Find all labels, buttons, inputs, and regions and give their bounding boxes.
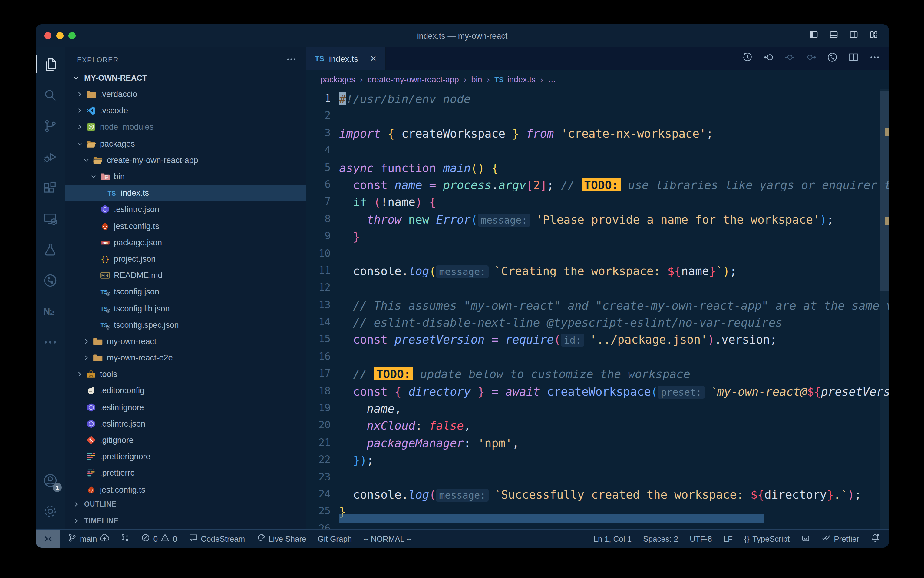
tree-item-create-my-own-react-app[interactable]: create-my-own-react-app — [65, 152, 306, 169]
close-window-button[interactable] — [44, 32, 52, 39]
vertical-scrollbar-slider[interactable] — [880, 91, 889, 291]
status-live-share[interactable]: Live Share — [256, 533, 306, 544]
toggle-secondary-sidebar-icon[interactable] — [848, 30, 859, 42]
status-vim-mode[interactable]: -- NORMAL -- — [363, 534, 411, 543]
explorer-more-actions-icon[interactable] — [286, 54, 297, 66]
status-encoding[interactable]: UTF-8 — [690, 534, 712, 543]
breadcrumb-item-index.ts[interactable]: TSindex.ts — [494, 75, 536, 84]
activity-remote-explorer[interactable] — [36, 203, 65, 234]
vertical-scrollbar[interactable] — [880, 89, 889, 529]
status-text: 0 — [153, 534, 157, 543]
timeline-history-icon[interactable] — [742, 52, 753, 65]
toggle-panel-icon[interactable] — [829, 30, 839, 42]
activity-more-views[interactable] — [36, 326, 65, 357]
close-icon[interactable]: × — [370, 52, 376, 65]
tree-item-.editorconfig[interactable]: .editorconfig — [65, 383, 306, 399]
tree-item-jest.config.ts[interactable]: jest.config.ts — [65, 218, 306, 234]
line-number: 25 — [306, 503, 339, 520]
horizontal-scrollbar-slider[interactable] — [339, 515, 764, 523]
tree-item-my-own-react-e2e[interactable]: my-own-react-e2e — [65, 349, 306, 366]
line-number: 21 — [306, 434, 339, 452]
status-language[interactable]: {}TypeScript — [744, 534, 790, 543]
section-outline[interactable]: OUTLINE — [65, 495, 306, 512]
code-line-13: // This assumes "my-own-react" and "crea… — [339, 297, 889, 314]
breadcrumb-item-packages[interactable]: packages — [320, 75, 356, 84]
breadcrumb-item-create-my-own-react-app[interactable]: create-my-own-react-app — [367, 75, 459, 84]
token — [339, 178, 353, 192]
tree-item-label: .verdaccio — [100, 90, 137, 99]
status-hub[interactable] — [801, 533, 810, 544]
tree-item-tsconfig.lib.json[interactable]: TStsconfig.lib.json — [65, 300, 306, 317]
activity-run-debug[interactable] — [36, 141, 65, 172]
section-timeline[interactable]: TIMELINE — [65, 512, 306, 529]
activity-accounts[interactable]: 1 — [36, 465, 65, 495]
tree-item-.verdaccio[interactable]: .verdaccio — [65, 86, 306, 102]
screen: index.ts — my-own-react N≥ 1 EXPLORER MY… — [0, 0, 924, 578]
token: , — [395, 402, 401, 415]
tree-root-my-own-react[interactable]: MY-OWN-REACT — [65, 70, 306, 86]
tree-item-project.json[interactable]: {}project.json — [65, 251, 306, 267]
activity-testing[interactable] — [36, 234, 65, 265]
activity-settings[interactable] — [36, 495, 65, 526]
token — [374, 161, 380, 174]
tree-item-.prettierrc[interactable]: .prettierrc — [65, 465, 306, 481]
status-git-branch[interactable]: main — [68, 533, 109, 544]
activity-search[interactable] — [36, 80, 65, 110]
navigate-back-icon[interactable] — [763, 52, 774, 65]
activity-gitlens[interactable] — [36, 265, 65, 295]
overview-ruler-mark — [885, 217, 889, 225]
status-git-compare[interactable] — [120, 533, 129, 544]
tree-item-package.json[interactable]: npmpackage.json — [65, 234, 306, 250]
more-actions-icon[interactable] — [869, 52, 880, 65]
toggle-sidebar-icon[interactable] — [808, 30, 819, 42]
status-git-graph[interactable]: Git Graph — [318, 534, 352, 543]
breadcrumb-item-bin[interactable]: bin — [471, 75, 482, 84]
token: directory — [408, 385, 471, 398]
activity-nx-console[interactable]: N≥ — [36, 295, 65, 326]
activity-explorer[interactable] — [36, 49, 65, 80]
tree-item-.prettierignore[interactable]: .prettierignore — [65, 448, 306, 465]
token: presetVersion — [395, 333, 484, 346]
tree-item-tsconfig.json[interactable]: TStsconfig.json — [65, 284, 306, 300]
tree-item-.eslintignore[interactable]: .eslintignore — [65, 399, 306, 415]
tree-item-.eslintrc.json[interactable]: .eslintrc.json — [65, 201, 306, 218]
activity-source-control[interactable] — [36, 110, 65, 141]
status-eol[interactable]: LF — [723, 534, 733, 543]
tab-index.ts[interactable]: TSindex.ts× — [306, 47, 385, 70]
zoom-window-button[interactable] — [68, 32, 76, 39]
split-editor-icon[interactable] — [848, 52, 859, 65]
tree-item-packages[interactable]: packages — [65, 135, 306, 152]
status-problems[interactable]: 00 — [141, 533, 177, 544]
status-text: TypeScript — [752, 534, 790, 543]
ts-file-icon: TS — [315, 54, 324, 63]
navigate-neutral-icon[interactable] — [784, 52, 796, 65]
breadcrumb-item-…[interactable]: … — [548, 75, 556, 84]
git-graph-view-icon[interactable] — [827, 52, 838, 65]
status-indentation[interactable]: Spaces: 2 — [643, 534, 678, 543]
tree-item-my-own-react[interactable]: my-own-react — [65, 333, 306, 349]
tree-item-README.md[interactable]: README.md — [65, 267, 306, 284]
tree-item-.gitignore[interactable]: .gitignore — [65, 432, 306, 448]
tree-item-bin[interactable]: 0110bin — [65, 169, 306, 185]
customize-layout-icon[interactable] — [868, 30, 879, 42]
status-codestream[interactable]: CodeStream — [189, 533, 245, 544]
tree-item-tools[interactable]: tools — [65, 366, 306, 382]
status-prettier[interactable]: Prettier — [822, 533, 859, 544]
tree-item-.eslintrc.json[interactable]: .eslintrc.json — [65, 416, 306, 432]
svg-text:N: N — [43, 306, 50, 317]
status-cursor-position[interactable]: Ln 1, Col 1 — [594, 534, 632, 543]
tree-item-.vscode[interactable]: .vscode — [65, 102, 306, 119]
navigate-forward-icon[interactable] — [805, 52, 817, 65]
remote-indicator[interactable] — [36, 529, 60, 548]
status-notifications[interactable] — [871, 533, 880, 544]
tree-item-index.ts[interactable]: TSindex.ts — [65, 185, 306, 201]
tree-item-jest.config.ts[interactable]: jest.config.ts — [65, 481, 306, 495]
tree-item-tsconfig.spec.json[interactable]: TStsconfig.spec.json — [65, 317, 306, 333]
token: ${ — [807, 385, 821, 398]
breadcrumb-separator-icon: › — [360, 75, 363, 84]
tree-item-node_modules[interactable]: JSnode_modules — [65, 119, 306, 135]
code-editor[interactable]: 1234567891011121314151617181920212223242… — [306, 89, 889, 529]
activity-extensions[interactable] — [36, 172, 65, 203]
minimize-window-button[interactable] — [56, 32, 63, 39]
chevron-right-icon — [74, 89, 84, 99]
